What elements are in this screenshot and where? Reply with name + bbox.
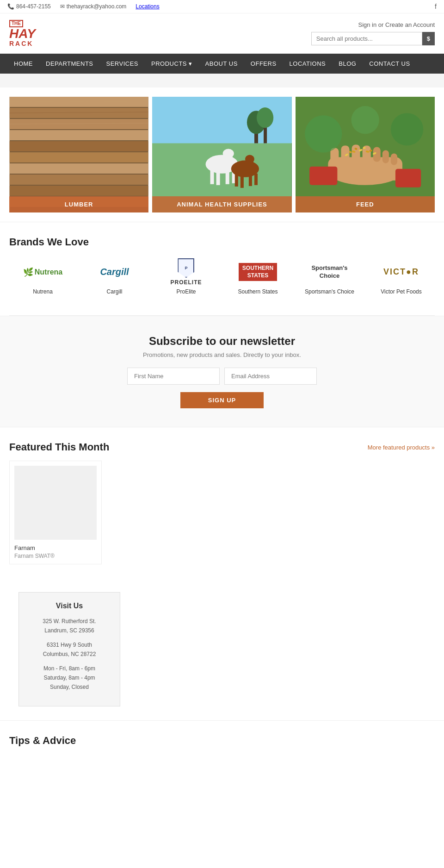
email-info: ✉ thehayrack@yahoo.com bbox=[60, 3, 127, 10]
nav-item-departments[interactable]: DEPARTMENTS bbox=[39, 54, 100, 74]
feed-image bbox=[296, 97, 435, 212]
category-lumber[interactable]: LUMBER bbox=[9, 97, 148, 212]
auth-or: or bbox=[378, 21, 384, 28]
svg-point-57 bbox=[351, 106, 379, 134]
product-image bbox=[14, 466, 97, 540]
hours: Mon - Fri, 8am - 6pm Saturday, 8am - 4pm… bbox=[33, 664, 106, 692]
lumber-image bbox=[9, 97, 148, 212]
svg-rect-30 bbox=[235, 174, 238, 187]
svg-rect-39 bbox=[352, 144, 360, 162]
svg-rect-24 bbox=[216, 170, 220, 185]
facebook-icon[interactable]: f bbox=[435, 3, 437, 10]
category-animal-health[interactable]: ANIMAL HEALTH SUPPLIES bbox=[152, 97, 291, 212]
header-right: Sign in or Create an Account $ bbox=[311, 21, 435, 45]
featured-section: Featured This Month More featured produc… bbox=[0, 427, 444, 578]
svg-point-22 bbox=[223, 149, 234, 158]
newsletter-section: Subscribe to our newsletter Promotions, … bbox=[0, 316, 444, 427]
search-bar: $ bbox=[311, 32, 435, 45]
nav-item-about[interactable]: ABOUT US bbox=[199, 54, 244, 74]
email-address: thehayrack@yahoo.com bbox=[67, 3, 127, 10]
social-links: f bbox=[435, 3, 437, 10]
cargill-logo: Cargill bbox=[100, 267, 129, 277]
lumber-label: LUMBER bbox=[9, 196, 148, 212]
locations-link[interactable]: Locations bbox=[136, 3, 159, 10]
proelite-logo: P PROELITE bbox=[170, 258, 202, 286]
svg-rect-7 bbox=[10, 163, 148, 174]
more-featured-link[interactable]: More featured products » bbox=[368, 444, 435, 451]
victor-logo: VICT●R bbox=[383, 267, 419, 277]
brands-heading: Brands We Love bbox=[9, 236, 435, 248]
phone-number: 864-457-2155 bbox=[16, 3, 51, 10]
main-nav: HOME DEPARTMENTS SERVICES PRODUCTS ▾ ABO… bbox=[0, 54, 444, 74]
nav-item-products[interactable]: PRODUCTS ▾ bbox=[145, 54, 199, 74]
nav-item-blog[interactable]: BLOG bbox=[332, 54, 363, 74]
product-name: Farnam SWAT® bbox=[14, 553, 97, 559]
svg-rect-8 bbox=[10, 175, 148, 185]
site-logo[interactable]: THE HAY RACK bbox=[9, 20, 36, 47]
featured-products-list: Farnam Farnam SWAT® bbox=[9, 461, 435, 564]
svg-rect-9 bbox=[10, 186, 148, 196]
brand-nutrena[interactable]: 🌿 Nutrena Nutrena bbox=[9, 259, 76, 295]
nutrena-brand-name: Nutrena bbox=[33, 288, 53, 295]
product-brand: Farnam bbox=[14, 544, 97, 551]
visit-us-heading: Visit Us bbox=[33, 602, 106, 610]
newsletter-email[interactable] bbox=[224, 368, 317, 385]
brand-victor[interactable]: VICT●R Victor Pet Foods bbox=[368, 259, 435, 295]
sportsmans-choice-brand-name: Sportsman's Choice bbox=[305, 288, 354, 295]
svg-rect-31 bbox=[240, 174, 244, 188]
svg-rect-54 bbox=[395, 169, 421, 187]
southern-states-logo: SOUTHERNSTATES bbox=[239, 263, 277, 281]
product-card-farnam[interactable]: Farnam Farnam SWAT® bbox=[9, 461, 102, 564]
svg-rect-42 bbox=[382, 150, 388, 163]
visit-us-wrapper: Visit Us 325 W. Rutherford St. Landrum, … bbox=[0, 578, 444, 720]
brand-sportsmans-choice[interactable]: Sportsman'sChoice Sportsman's Choice bbox=[296, 259, 363, 295]
proelite-logo-container: P PROELITE bbox=[170, 259, 202, 285]
hero-banner bbox=[0, 74, 444, 87]
cargill-brand-name: Cargill bbox=[106, 288, 122, 295]
logo-rack: RACK bbox=[9, 40, 33, 47]
horses-image bbox=[152, 97, 291, 212]
proelite-brand-name: ProElite bbox=[176, 288, 196, 295]
phone-icon: 📞 bbox=[7, 3, 14, 10]
auth-links: Sign in or Create an Account bbox=[358, 21, 435, 28]
category-feed[interactable]: FEED bbox=[296, 97, 435, 212]
svg-point-29 bbox=[245, 155, 254, 163]
nav-item-home[interactable]: HOME bbox=[7, 54, 39, 74]
sign-in-link[interactable]: Sign in bbox=[358, 21, 376, 28]
svg-rect-23 bbox=[210, 170, 214, 184]
sportsmans-choice-logo: Sportsman'sChoice bbox=[311, 264, 347, 280]
victor-logo-container: VICT●R bbox=[383, 259, 419, 285]
visit-us-card: Visit Us 325 W. Rutherford St. Landrum, … bbox=[18, 592, 120, 706]
svg-rect-6 bbox=[10, 152, 148, 162]
sportsmans-choice-logo-container: Sportsman'sChoice bbox=[311, 259, 347, 285]
svg-point-56 bbox=[391, 113, 423, 145]
tips-section: Tips & Advice bbox=[0, 720, 444, 770]
newsletter-form bbox=[9, 368, 435, 385]
nav-item-services[interactable]: SERVICES bbox=[100, 54, 145, 74]
brand-proelite[interactable]: P PROELITE ProElite bbox=[153, 259, 220, 295]
address-2: 6331 Hwy 9 South Columbus, NC 28722 bbox=[33, 640, 106, 659]
nav-item-contact[interactable]: CONTACT US bbox=[363, 54, 416, 74]
svg-rect-32 bbox=[249, 174, 252, 186]
featured-heading: Featured This Month bbox=[9, 441, 109, 453]
search-input[interactable] bbox=[311, 32, 422, 45]
create-account-link[interactable]: Create an Account bbox=[385, 21, 435, 28]
email-icon: ✉ bbox=[60, 3, 65, 10]
southern-states-logo-container: SOUTHERNSTATES bbox=[239, 259, 277, 285]
newsletter-sign-up-button[interactable]: SIGN UP bbox=[180, 392, 264, 408]
newsletter-heading: Subscribe to our newsletter bbox=[9, 335, 435, 348]
animal-health-label: ANIMAL HEALTH SUPPLIES bbox=[152, 196, 291, 212]
logo-hay: HAY bbox=[9, 27, 36, 40]
nav-item-locations[interactable]: LOCATIONS bbox=[283, 54, 333, 74]
newsletter-first-name[interactable] bbox=[127, 368, 220, 385]
tips-heading: Tips & Advice bbox=[9, 735, 435, 747]
newsletter-subtext: Promotions, new products and sales. Dire… bbox=[9, 351, 435, 358]
phone-info: 📞 864-457-2155 bbox=[7, 3, 51, 10]
search-button[interactable]: $ bbox=[422, 32, 435, 45]
categories-section: LUMBER bbox=[7, 97, 437, 212]
nav-item-offers[interactable]: OFFERS bbox=[244, 54, 283, 74]
brand-cargill[interactable]: Cargill Cargill bbox=[81, 259, 148, 295]
southern-states-brand-name: Southern States bbox=[238, 288, 278, 295]
brand-southern-states[interactable]: SOUTHERNSTATES Southern States bbox=[224, 259, 291, 295]
nutrena-leaf-icon: 🌿 bbox=[23, 267, 33, 277]
